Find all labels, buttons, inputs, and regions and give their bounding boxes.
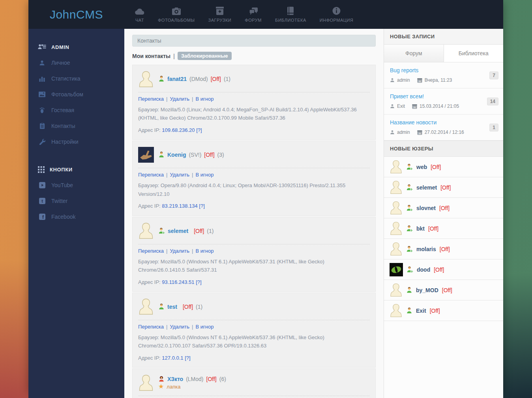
browser-label: Браузер: — [138, 107, 159, 113]
default-avatar[interactable] — [390, 283, 403, 297]
contacts-tabs: Мои контакты | Заблокированные — [132, 52, 376, 60]
user-add-icon — [406, 225, 413, 232]
sidebar-item-settings[interactable]: Настройки — [28, 134, 124, 150]
action-ignore-link[interactable]: В игнор — [195, 96, 214, 102]
new-users-header: НОВЫЕ ЮЗЕРЫ — [384, 141, 503, 157]
ip-link[interactable]: 109.68.236.20 — [162, 127, 195, 133]
user-name-link[interactable]: bkt — [416, 225, 425, 232]
default-avatar[interactable] — [390, 201, 403, 215]
action-ignore-link[interactable]: В игнор — [195, 172, 214, 178]
post-author: admin — [397, 77, 410, 83]
action-ignore-link[interactable]: В игнор — [195, 324, 214, 330]
contact-card: Koenig (SV!) [Off] (3) Переписка | Удали… — [132, 141, 376, 216]
user-name-link[interactable]: molaris — [416, 246, 436, 252]
tab-blocked-button[interactable]: Заблокированные — [178, 52, 232, 60]
contact-count: (1) — [207, 228, 214, 234]
sidebar-item-label: Facebook — [51, 214, 75, 220]
nav-item-downloads[interactable]: ЗАГРУЗКИ — [202, 6, 238, 23]
user-name-link[interactable]: slovnet — [416, 205, 436, 211]
user-name-link[interactable]: selemet — [416, 184, 437, 191]
info-icon — [332, 6, 341, 15]
default-avatar[interactable] — [390, 242, 403, 256]
user-name-link[interactable]: dood — [417, 267, 430, 273]
separator: | — [166, 248, 167, 254]
action-pm-link[interactable]: Переписка — [138, 324, 164, 330]
nav-label: ФОРУМ — [245, 18, 262, 23]
separator: | — [166, 324, 167, 330]
default-avatar[interactable] — [390, 303, 403, 318]
stats-icon — [39, 76, 45, 82]
tab-forum[interactable]: Форум — [384, 45, 444, 62]
post-title-link[interactable]: Bug reports — [390, 67, 418, 73]
custom-avatar[interactable] — [138, 147, 154, 163]
ip-help-link[interactable]: [?] — [196, 279, 201, 285]
action-delete-link[interactable]: Удалить — [170, 324, 189, 330]
ip-help-link[interactable]: [?] — [199, 203, 204, 209]
sidebar-item-label: YouTube — [51, 182, 73, 188]
nav-item-library[interactable]: БИБЛИОТЕКА — [268, 6, 313, 23]
ip-row: Адрес IP: 109.68.236.20 [?] — [138, 126, 370, 134]
sidebar-item-youtube[interactable]: YouTube — [28, 177, 124, 193]
sidebar-item-personal[interactable]: Личное — [28, 55, 124, 71]
contact-name-link[interactable]: test — [167, 304, 177, 310]
user-name-link[interactable]: web — [416, 164, 427, 170]
user-row: slovnet [Off] — [384, 198, 503, 218]
sidebar-item-contacts[interactable]: Контакты — [28, 118, 124, 134]
default-avatar[interactable] — [390, 180, 403, 195]
action-delete-link[interactable]: Удалить — [170, 172, 189, 178]
sidebar-item-facebook[interactable]: f Facebook — [28, 209, 124, 225]
nav-item-information[interactable]: ИНФОРМАЦИЯ — [313, 6, 360, 23]
contact-actions: Переписка | Удалить | В игнор — [138, 172, 370, 178]
sidebar-item-guestbook[interactable]: Гостевая — [28, 102, 124, 118]
action-pm-link[interactable]: Переписка — [138, 96, 164, 102]
brand-logo[interactable]: JohnCMS — [50, 8, 103, 21]
user-row: by_MOD [Off] — [384, 280, 503, 300]
nav-item-forum[interactable]: ФОРУМ — [238, 6, 268, 23]
user-name-link[interactable]: Exit — [416, 308, 426, 314]
action-delete-link[interactable]: Удалить — [170, 96, 189, 102]
action-delete-link[interactable]: Удалить — [170, 248, 189, 254]
user-name-link[interactable]: by_MOD — [416, 287, 438, 293]
download-icon — [216, 6, 224, 15]
default-avatar[interactable] — [138, 298, 154, 315]
default-avatar[interactable] — [138, 374, 154, 392]
tab-my-contacts[interactable]: Мои контакты — [132, 53, 170, 59]
nav-item-chat[interactable]: ЧАТ — [128, 6, 151, 23]
cat-eye-avatar[interactable] — [390, 263, 403, 276]
contact-name-link[interactable]: ХЗкто — [167, 376, 183, 382]
sidebar-item-twitter[interactable]: t Twitter — [28, 193, 124, 209]
post-title-link[interactable]: Название новости — [390, 119, 436, 126]
contact-name-link[interactable]: fanat21 — [167, 76, 187, 82]
ip-row: Адрес IP: 93.116.243.51 [?] — [138, 278, 370, 286]
nav-item-photoalbums[interactable]: ФОТОАЛЬБОМЫ — [151, 6, 202, 23]
default-avatar[interactable] — [138, 70, 154, 88]
contact-name-link[interactable]: Koenig — [167, 152, 186, 158]
johncms-page: JohnCMS ЧАТ ФОТОАЛЬБОМЫ — [28, 0, 503, 392]
user-icon — [406, 308, 412, 314]
nav-label: ЧАТ — [135, 18, 144, 23]
action-pm-link[interactable]: Переписка — [138, 172, 164, 178]
default-avatar[interactable] — [390, 221, 403, 236]
post-title-link[interactable]: Привет всем! — [390, 93, 424, 100]
action-pm-link[interactable]: Переписка — [138, 248, 164, 254]
ip-help-link[interactable]: [?] — [196, 127, 202, 133]
tab-library[interactable]: Библиотека — [444, 45, 504, 62]
default-avatar[interactable] — [138, 222, 154, 240]
ip-link[interactable]: 127.0.0.1 — [162, 355, 183, 361]
default-avatar[interactable] — [390, 160, 403, 174]
ip-link[interactable]: 83.219.138.134 — [162, 203, 197, 209]
contact-status: [Off] — [204, 152, 214, 158]
sidebar-item-statistics[interactable]: Статистика — [28, 71, 124, 86]
sidebar-item-photoalbum[interactable]: Фотоальбом — [28, 86, 124, 102]
browser-label: Браузер: — [138, 259, 159, 265]
ip-link[interactable]: 93.116.243.51 — [162, 279, 194, 285]
svg-text:31: 31 — [418, 132, 421, 134]
facebook-icon: f — [39, 214, 45, 220]
admin-users-icon — [38, 44, 46, 50]
separator: | — [192, 324, 193, 330]
action-ignore-link[interactable]: В игнор — [195, 248, 214, 254]
browser-row: Браузер: Mozilla/5.0 (Linux; Android 4.0… — [138, 105, 370, 122]
ip-help-link[interactable]: [?] — [185, 355, 190, 361]
contact-name-link[interactable]: selemet — [168, 228, 188, 234]
post-date: Вчера, 11:23 — [425, 77, 452, 83]
